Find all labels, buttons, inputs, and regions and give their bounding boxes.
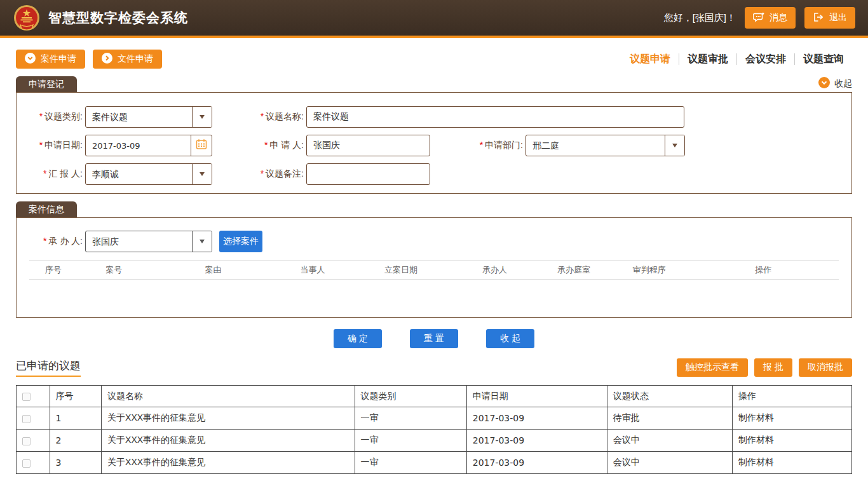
cell-operation-link[interactable]: 制作材料 xyxy=(732,407,851,430)
header-right: 您好，[张国庆]！ 消息 退出 xyxy=(664,7,855,29)
file-apply-label: 文件申请 xyxy=(118,53,153,65)
app-header: 智慧型数字检委会系统 您好，[张国庆]！ 消息 退出 xyxy=(0,0,868,38)
required-mark: * xyxy=(261,168,264,179)
cell-topic-status: 待审批 xyxy=(607,407,732,430)
collapse-circle-icon xyxy=(818,77,830,90)
collapse-toggle[interactable]: 收起 xyxy=(818,77,852,92)
remark-field: *议题备注: xyxy=(248,163,430,185)
remark-input[interactable] xyxy=(306,163,430,185)
topic-type-label: 议题类别: xyxy=(44,111,83,121)
undertaker-field: *承 办 人: 张国庆 xyxy=(28,231,212,252)
col-no: 序号 xyxy=(50,386,102,407)
logout-button[interactable]: 退出 xyxy=(804,7,855,29)
apply-date-picker[interactable] xyxy=(85,135,212,156)
apply-date-input[interactable] xyxy=(86,135,191,156)
case-col-no: 序号 xyxy=(29,264,77,276)
register-section-tab: 申请登记 xyxy=(16,76,77,92)
case-section-bar: 案件信息 xyxy=(16,201,852,217)
file-apply-button[interactable]: 文件申请 xyxy=(93,50,162,69)
required-mark: * xyxy=(43,168,46,179)
case-col-operation: 操作 xyxy=(688,264,839,276)
dept-dropdown-button[interactable] xyxy=(665,135,684,156)
applied-topics-title: 已申请的议题 xyxy=(16,358,81,377)
applied-topics-actions: 触控批示查看 报 批 取消报批 xyxy=(677,358,852,377)
case-col-case-number: 案号 xyxy=(77,264,151,276)
applied-topics-header: 已申请的议题 触控批示查看 报 批 取消报批 xyxy=(16,357,852,377)
cell-topic-type: 一审 xyxy=(355,430,466,452)
nav-topic-apply[interactable]: 议题申请 xyxy=(621,53,679,65)
cell-topic-name: 关于XXX事件的征集意见 xyxy=(102,430,355,452)
message-icon xyxy=(753,12,764,24)
col-topic-status: 议题状态 xyxy=(607,386,732,407)
nav-topic-approve[interactable]: 议题审批 xyxy=(679,53,736,65)
nav-topic-query[interactable]: 议题查询 xyxy=(794,53,852,65)
cell-operation-link[interactable]: 制作材料 xyxy=(732,452,851,474)
register-section-bar: 申请登记 收起 xyxy=(16,76,852,92)
dropdown-arrow-icon xyxy=(200,172,205,176)
row-checkbox[interactable] xyxy=(22,415,31,423)
reporter-field: *汇 报 人: 李顺诚 xyxy=(28,163,212,185)
case-panel: *承 办 人: 张国庆 选择案件 序号 案号 案由 当事人 立案日期 承办人 承… xyxy=(16,217,852,318)
topic-name-label: 议题名称: xyxy=(266,111,304,121)
cell-topic-type: 一审 xyxy=(355,407,466,430)
topic-type-dropdown-button[interactable] xyxy=(192,107,212,127)
cell-no: 1 xyxy=(50,407,102,430)
table-header-row: 序号 议题名称 议题类别 申请日期 议题状态 操作 xyxy=(17,386,852,407)
cell-no: 3 xyxy=(50,452,102,474)
reporter-dropdown-button[interactable] xyxy=(192,164,212,184)
undertaker-select[interactable]: 张国庆 xyxy=(85,231,212,252)
cell-apply-date: 2017-03-09 xyxy=(466,407,607,430)
national-emblem-logo xyxy=(13,4,41,32)
reset-button[interactable]: 重 置 xyxy=(410,329,458,348)
message-button-label: 消息 xyxy=(770,12,787,24)
cell-topic-type: 一审 xyxy=(355,452,466,474)
topic-name-field: *议题名称: xyxy=(248,106,684,128)
undertaker-value: 张国庆 xyxy=(86,231,192,252)
row-checkbox[interactable] xyxy=(22,437,31,445)
case-col-undertaker: 承办人 xyxy=(452,264,537,276)
row-checkbox[interactable] xyxy=(22,459,31,468)
remark-label: 议题备注: xyxy=(266,168,304,179)
logout-icon xyxy=(813,12,824,24)
select-all-checkbox[interactable] xyxy=(22,393,31,401)
case-col-department: 承办庭室 xyxy=(537,264,611,276)
dept-value: 邢二庭 xyxy=(526,135,665,156)
undertaker-label: 承 办 人: xyxy=(48,236,83,246)
required-mark: * xyxy=(39,111,43,121)
user-greeting: 您好，[张国庆]！ xyxy=(664,12,736,24)
submit-approval-button[interactable]: 报 批 xyxy=(754,358,792,377)
case-col-filing-date: 立案日期 xyxy=(349,264,452,276)
apply-date-label: 申请日期: xyxy=(44,140,83,150)
applicant-input[interactable] xyxy=(306,135,430,156)
topic-type-select[interactable]: 案件议题 xyxy=(85,106,212,128)
case-apply-button[interactable]: 案件申请 xyxy=(16,50,85,69)
calendar-button[interactable] xyxy=(191,135,212,156)
cell-topic-status: 会议中 xyxy=(607,430,732,452)
case-apply-label: 案件申请 xyxy=(41,53,76,65)
col-apply-date: 申请日期 xyxy=(466,386,607,407)
case-col-procedure: 审判程序 xyxy=(611,264,688,276)
confirm-button[interactable]: 确 定 xyxy=(334,329,382,348)
dept-label: 申请部门: xyxy=(485,140,523,150)
select-case-button[interactable]: 选择案件 xyxy=(219,231,262,252)
calendar-icon xyxy=(196,139,207,152)
table-row: 1 关于XXX事件的征集意见 一审 2017-03-09 待审批 制作材料 xyxy=(17,407,852,430)
dropdown-arrow-icon xyxy=(200,240,205,243)
cancel-approval-button[interactable]: 取消报批 xyxy=(799,358,852,377)
collapse-label: 收起 xyxy=(834,78,852,90)
required-mark: * xyxy=(43,236,46,246)
touch-review-button[interactable]: 触控批示查看 xyxy=(677,358,748,377)
dropdown-arrow-icon xyxy=(200,115,205,119)
case-col-party: 当事人 xyxy=(276,264,349,276)
nav-meeting-arrange[interactable]: 会议安排 xyxy=(736,53,794,65)
undertaker-dropdown-button[interactable] xyxy=(192,231,212,252)
cell-topic-status: 会议中 xyxy=(607,452,732,474)
collapse-button[interactable]: 收 起 xyxy=(486,329,534,348)
topic-name-input[interactable] xyxy=(306,106,684,128)
message-button[interactable]: 消息 xyxy=(745,7,796,29)
reporter-value: 李顺诚 xyxy=(86,164,192,184)
topic-type-field: *议题类别: 案件议题 xyxy=(28,106,212,128)
reporter-select[interactable]: 李顺诚 xyxy=(85,163,212,185)
dept-select[interactable]: 邢二庭 xyxy=(526,135,685,156)
cell-operation-link[interactable]: 制作材料 xyxy=(732,430,851,452)
